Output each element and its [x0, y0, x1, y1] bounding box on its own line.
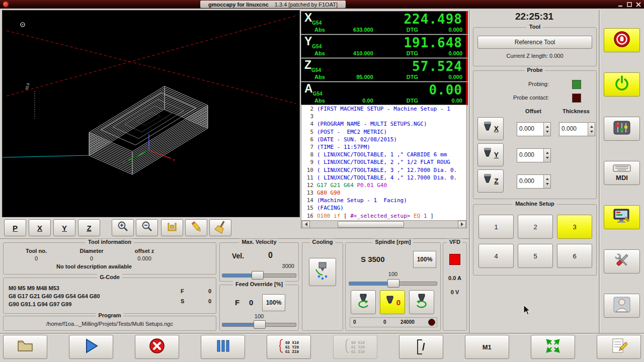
gcode-line-number: 14	[301, 197, 317, 204]
gcode-line[interactable]: 15(FACING)	[301, 204, 466, 212]
open-file-button[interactable]	[3, 335, 47, 359]
gcode-hscrollbar[interactable]	[301, 220, 466, 228]
gcode-line-number: 5	[301, 128, 317, 136]
machine-on-button[interactable]	[604, 72, 640, 97]
probe-x-offset-spin[interactable]: 0.000	[517, 122, 551, 136]
run-from-line-button[interactable]: /	[399, 335, 443, 359]
gcode-line[interactable]: 9( LINUXCNC/TOOLTABLE, 2 ," 1/2 FLAT ROU…	[301, 158, 466, 166]
stop-program-button[interactable]	[135, 335, 179, 359]
maximize-button[interactable]	[626, 1, 633, 8]
axis-letter: XG54	[304, 12, 321, 29]
probe-x-thickness-spin[interactable]: 0.000	[559, 122, 595, 136]
tool-dimensions-button[interactable]	[161, 219, 183, 236]
gcode-line[interactable]: 14(Machine Setup - 1 Facing)	[301, 197, 466, 204]
settings-button[interactable]	[604, 117, 640, 141]
spindle-override-slider[interactable]	[349, 279, 437, 287]
view-perspective-button[interactable]: P	[4, 219, 26, 236]
window-title: gmoccapy for linuxcnc 1.3.4 [patched by …	[200, 1, 346, 8]
tool-settings-button[interactable]	[604, 249, 640, 274]
close-button[interactable]	[635, 1, 642, 8]
feed-override-slider[interactable]	[222, 320, 296, 328]
probe-y-offset-spin[interactable]: 0.000	[517, 148, 551, 162]
step-back-button[interactable]: G0 X10G1 Y20G1 Z10	[333, 335, 377, 359]
mist-coolant-button[interactable]	[309, 258, 336, 286]
gcode-line[interactable]: 2(FIRST MACHINE SETUP - Machine Setup - …	[301, 105, 466, 113]
folder-icon	[17, 339, 34, 355]
setup-button-1[interactable]: 1	[478, 215, 514, 239]
spindle-stop-icon	[384, 295, 395, 309]
gremlin-preview[interactable]: 55.8 X Y	[2, 10, 300, 217]
max-velocity-slider[interactable]	[222, 271, 296, 279]
operator-settings-button[interactable]	[604, 294, 640, 318]
dro-axis-x[interactable]: XG54 224.498 Abs633.000 DTG0.000	[301, 11, 468, 34]
gcode-line[interactable]: 16O100 if [ #<_selected_setup> EQ 1 ]	[301, 212, 466, 220]
axis-letter: YG54	[304, 36, 321, 52]
gcode-source-view[interactable]: 2(FIRST MACHINE SETUP - Machine Setup - …	[301, 105, 467, 228]
spindle-range-cur: 0	[383, 319, 386, 325]
edit-gcode-button[interactable]	[597, 335, 641, 359]
slider-handle[interactable]	[254, 320, 266, 329]
gcode-line[interactable]: 5(POST - EMC2 METRIC)	[301, 128, 466, 136]
dro-axis-y[interactable]: YG54 191.648 Abs410.000 DTG0.000	[301, 35, 468, 58]
mdi-button[interactable]: MDI	[604, 161, 640, 185]
probe-y-button[interactable]: Y	[477, 143, 504, 166]
view-z-button[interactable]: Z	[78, 219, 100, 236]
gcode-line[interactable]: 8( LINUXCNC/TOOLTABLE, 1 ," CARBIDE 6 mm	[301, 151, 466, 158]
setup-button-4[interactable]: 4	[478, 244, 514, 268]
clear-plot-button[interactable]	[209, 219, 231, 236]
view-x-button[interactable]: X	[29, 219, 51, 236]
scroll-right-icon[interactable]	[458, 221, 466, 228]
step-forward-button[interactable]: G0 X10G1 Y20G1 Z10	[267, 335, 311, 359]
setup-button-6[interactable]: 6	[557, 244, 592, 268]
spin-arrows[interactable]	[543, 123, 550, 136]
view-y-button[interactable]: Y	[53, 219, 75, 236]
spindle-stop-button[interactable]: 0	[380, 290, 405, 314]
draw-path-button[interactable]	[185, 219, 207, 236]
probe-z-offset-spin[interactable]: 0.000	[517, 174, 551, 189]
reference-tool-button[interactable]: Reference Tool	[477, 36, 592, 49]
active-gcodes-1: G8 G17 G21 G40 G49 G54 G64 G80	[9, 292, 100, 300]
dimensions-icon	[166, 220, 179, 235]
probe-axis-letter: X	[494, 125, 499, 133]
fullscreen-button[interactable]	[531, 335, 575, 359]
dro-axis-z[interactable]: ZG54 57.524 Abs95.000 DTG0.000	[301, 58, 468, 81]
setup-button-5[interactable]: 5	[518, 244, 553, 268]
slider-handle[interactable]	[252, 271, 264, 280]
gcode-line[interactable]: 11( LINUXCNC/TOOLTABLE, 4 ," 12.7000 Dia…	[301, 174, 466, 182]
gcode-line[interactable]: 13G80 G90	[301, 189, 466, 197]
spindle-ccw-button[interactable]	[351, 290, 376, 314]
spin-arrows[interactable]	[543, 175, 550, 188]
pause-program-button[interactable]	[201, 335, 245, 359]
gcode-line[interactable]: 3	[301, 113, 466, 120]
spin-arrows[interactable]	[543, 149, 550, 162]
dro-axis-a[interactable]: AG54 0.00 Abs0.00 DTG0.00	[301, 82, 468, 105]
gcode-line[interactable]: 6(DATE - SUN. 02/08/2015)	[301, 136, 466, 143]
feed-override-percent[interactable]: 100%	[262, 294, 285, 311]
setup-button-3[interactable]: 3	[557, 215, 592, 239]
run-program-button[interactable]	[69, 335, 113, 359]
spin-arrows[interactable]	[588, 123, 595, 136]
gcode-line[interactable]: 10( LINUXCNC/TOOLTABLE, 3 ," 12.7000 Dia…	[301, 166, 466, 174]
tool-information-frame: Tool information Tool no. Diameter offse…	[3, 242, 216, 275]
estop-button[interactable]	[604, 28, 640, 52]
axis-value: 0.00	[429, 82, 462, 98]
gcode-line[interactable]: 7(TIME - 11:57PM)	[301, 143, 466, 151]
slider-handle[interactable]	[387, 279, 399, 288]
scroll-left-icon[interactable]	[302, 221, 310, 228]
gcode-line[interactable]: 4(PROGRAM NAME - MULTI SETUPS.NGC)	[301, 120, 466, 128]
m1-optional-stop-button[interactable]: M1	[465, 335, 509, 359]
brace-icon	[345, 338, 349, 355]
spindle-percent[interactable]: 100%	[413, 251, 436, 268]
gcode-line[interactable]: 12G17 G21 G64 P0.01 G40	[301, 182, 466, 189]
scrollbar-thumb[interactable]	[338, 221, 404, 228]
setup-button-2[interactable]: 2	[518, 215, 553, 239]
feed-override-value: 0	[249, 298, 253, 307]
zoom-out-button[interactable]	[136, 219, 158, 236]
offset-page-button[interactable]	[604, 205, 640, 229]
probe-z-button[interactable]: Z	[477, 169, 504, 193]
minimize-button[interactable]	[617, 1, 624, 8]
app-icon	[3, 2, 9, 7]
spindle-cw-button[interactable]	[409, 290, 434, 314]
probe-x-button[interactable]: X	[477, 117, 504, 140]
zoom-in-button[interactable]	[112, 219, 134, 236]
